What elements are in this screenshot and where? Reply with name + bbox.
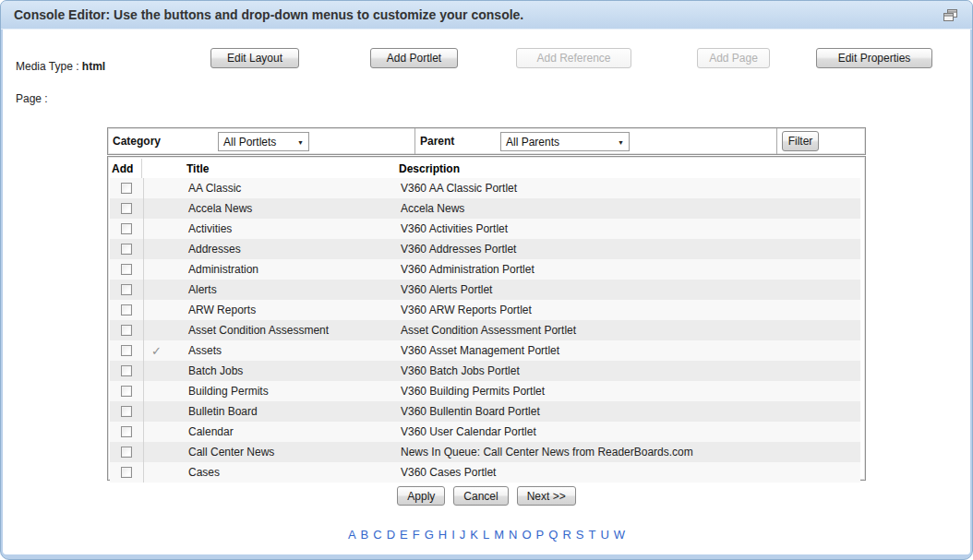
alphabet-link[interactable]: M — [494, 528, 504, 542]
alphabet-link[interactable]: C — [373, 528, 381, 542]
media-type-text: Media Type : — [16, 60, 78, 73]
add-checkbox[interactable] — [121, 447, 132, 458]
alphabet-link[interactable]: Q — [548, 528, 558, 542]
portlet-table: Add Title Description AA Classic V360 AA… — [107, 156, 866, 481]
row-title: Addresses — [188, 243, 401, 256]
add-checkbox[interactable] — [121, 386, 132, 397]
add-checkbox[interactable] — [121, 426, 132, 437]
filter-bar: Category All Portlets ▼ Parent All Paren… — [107, 127, 866, 155]
alphabet-link[interactable]: F — [413, 528, 420, 542]
add-checkbox[interactable] — [121, 183, 132, 194]
table-row: Addresses V360 Addresses Portlet — [110, 239, 860, 259]
alphabet-link[interactable]: J — [460, 528, 466, 542]
add-checkbox[interactable] — [121, 365, 132, 376]
table-row: Cases V360 Cases Portlet — [110, 462, 860, 483]
row-title: Calendar — [188, 425, 401, 438]
add-checkbox[interactable] — [121, 264, 132, 275]
next-button[interactable]: Next >> — [517, 486, 576, 506]
row-title: Activities — [188, 222, 401, 235]
cancel-button[interactable]: Cancel — [453, 486, 508, 506]
page-label: Page : — [16, 92, 48, 105]
alphabet-link[interactable]: O — [522, 528, 531, 542]
table-row: Asset Condition Assessment Asset Conditi… — [110, 320, 860, 340]
parent-select-value: All Parents — [506, 136, 559, 149]
table-row: AA Classic V360 AA Classic Portlet — [110, 178, 860, 198]
add-checkbox[interactable] — [121, 244, 132, 255]
row-description: V360 Batch Jobs Portlet — [401, 364, 860, 377]
footer-buttons: Apply Cancel Next >> — [107, 486, 866, 506]
add-portlet-button[interactable]: Add Portlet — [370, 48, 458, 68]
parent-label: Parent — [420, 135, 454, 148]
category-label: Category — [113, 135, 161, 148]
row-description: V360 Bullentin Board Portlet — [401, 405, 860, 418]
alphabet-link[interactable]: E — [400, 528, 408, 542]
category-filter-cell: Category All Portlets ▼ — [108, 128, 415, 154]
alphabet-link[interactable]: A — [348, 528, 356, 542]
selected-check-icon: ✓ — [144, 344, 188, 358]
row-title: AA Classic — [188, 182, 401, 195]
row-title: Building Permits — [188, 385, 401, 398]
table-row: Administration V360 Administration Portl… — [110, 259, 860, 280]
alphabet-link[interactable]: B — [361, 528, 369, 542]
alphabet-link[interactable]: T — [588, 528, 595, 542]
add-checkbox[interactable] — [121, 345, 132, 356]
alphabet-link[interactable]: G — [425, 528, 434, 542]
restore-window-icon[interactable] — [943, 9, 958, 22]
page-title: Console Editor: Use the buttons and drop… — [14, 7, 523, 22]
category-select[interactable]: All Portlets ▼ — [218, 132, 309, 151]
row-title: Accela News — [188, 202, 401, 215]
row-title: Call Center News — [188, 446, 401, 459]
table-row: Alerts V360 Alerts Portlet — [110, 280, 860, 300]
parent-select[interactable]: All Parents ▼ — [500, 132, 630, 151]
alphabet-link[interactable]: R — [562, 528, 571, 542]
add-checkbox[interactable] — [121, 223, 132, 234]
add-cell — [110, 239, 144, 259]
chevron-down-icon: ▼ — [297, 139, 304, 146]
alphabet-link[interactable]: L — [483, 528, 489, 542]
table-row: Bulletin Board V360 Bullentin Board Port… — [110, 401, 860, 422]
row-title: Administration — [188, 263, 401, 276]
add-cell — [110, 361, 144, 381]
table-row: ARW Reports V360 ARW Reports Portlet — [110, 300, 860, 320]
filter-button-cell: Filter — [777, 128, 865, 154]
alphabet-link[interactable]: I — [451, 528, 455, 542]
alphabet-link[interactable]: D — [387, 528, 395, 542]
row-description: V360 AA Classic Portlet — [401, 182, 860, 195]
row-description: Asset Condition Assessment Portlet — [401, 324, 860, 337]
media-type-label: Media Type : html — [16, 60, 105, 73]
table-row: Activities V360 Activities Portlet — [110, 219, 860, 239]
header-description: Description — [399, 162, 865, 175]
alphabet-link[interactable]: H — [438, 528, 447, 542]
add-checkbox[interactable] — [121, 284, 132, 295]
row-description: V360 User Calendar Portlet — [401, 425, 860, 438]
add-checkbox[interactable] — [121, 406, 132, 417]
add-checkbox[interactable] — [121, 467, 132, 478]
alphabet-link[interactable]: P — [536, 528, 545, 542]
filter-button[interactable]: Filter — [782, 131, 819, 151]
row-title: Cases — [188, 466, 401, 479]
table-row: Building Permits V360 Building Permits P… — [110, 381, 860, 401]
window-frame: Console Editor: Use the buttons and drop… — [0, 0, 973, 560]
alphabet-link[interactable]: U — [600, 528, 608, 542]
row-description: V360 ARW Reports Portlet — [401, 304, 860, 316]
edit-layout-button[interactable]: Edit Layout — [210, 48, 299, 68]
add-cell — [110, 340, 144, 361]
row-description: V360 Administration Portlet — [401, 263, 860, 276]
table-row: Batch Jobs V360 Batch Jobs Portlet — [110, 361, 860, 381]
alphabet-link[interactable]: N — [509, 528, 517, 542]
add-cell — [110, 381, 144, 401]
alphabet-link[interactable]: W — [614, 528, 625, 542]
parent-filter-cell: Parent All Parents ▼ — [415, 128, 777, 154]
alphabet-link[interactable]: K — [470, 528, 478, 542]
add-checkbox[interactable] — [121, 203, 132, 214]
apply-button[interactable]: Apply — [397, 486, 445, 506]
alphabet-link[interactable]: S — [576, 528, 584, 542]
edit-properties-button[interactable]: Edit Properties — [816, 48, 932, 68]
add-cell — [110, 219, 144, 239]
add-checkbox[interactable] — [121, 304, 132, 316]
table-body: AA Classic V360 AA Classic Portlet Accel… — [108, 178, 865, 483]
add-checkbox[interactable] — [121, 325, 132, 336]
titlebar: Console Editor: Use the buttons and drop… — [1, 1, 972, 30]
add-cell — [110, 401, 144, 422]
row-title: Batch Jobs — [188, 364, 401, 377]
